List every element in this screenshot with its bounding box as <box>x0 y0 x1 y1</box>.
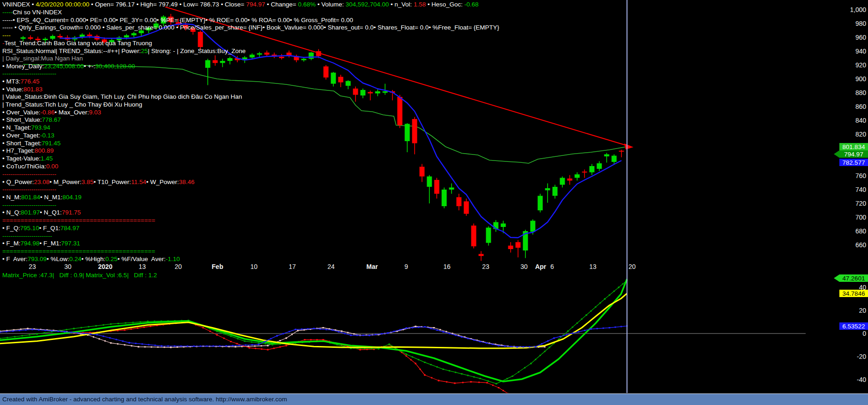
matrix-green-fast <box>0 280 627 384</box>
candle <box>279 57 284 58</box>
time-tick-label: Mar <box>367 263 378 270</box>
candle <box>457 197 462 207</box>
matrix-yellow <box>0 293 627 348</box>
candle <box>154 24 159 28</box>
time-tick-label: 20 <box>175 263 182 270</box>
axis-value-tag: 47.2601 <box>843 275 865 282</box>
candle <box>361 90 366 95</box>
candle <box>471 226 476 246</box>
candle <box>250 55 255 58</box>
candle <box>486 228 491 243</box>
candle <box>338 77 344 83</box>
candle <box>530 221 536 232</box>
candle <box>169 17 174 22</box>
candle <box>309 53 314 59</box>
time-tick-label: 23 <box>29 263 36 270</box>
time-tick-label: 30 <box>64 263 72 270</box>
candle <box>375 91 380 94</box>
time-tick-label: 20 <box>628 263 636 270</box>
candle <box>331 73 336 84</box>
candle <box>508 246 513 250</box>
candle <box>50 36 55 39</box>
candle <box>449 188 454 190</box>
candle <box>464 202 469 214</box>
price-tick-label: 680 <box>856 227 867 235</box>
time-tick-label: 6 <box>550 263 554 270</box>
candle <box>479 254 484 256</box>
candle <box>383 91 388 93</box>
candle <box>346 81 351 86</box>
time-tick-label: 10 <box>250 263 258 270</box>
trendline-arrow-icon <box>624 143 633 149</box>
candle <box>582 172 587 173</box>
candle <box>398 97 403 125</box>
candle <box>545 188 550 191</box>
candle <box>36 39 41 40</box>
ma-line <box>60 24 621 238</box>
axis-value-tag: 801.834 <box>843 143 865 150</box>
axis-value-tag: 794.97 <box>844 151 863 158</box>
candle <box>575 174 580 178</box>
amibroker-chart-window: 1,00098096094092090088086084082076074072… <box>0 0 868 405</box>
time-tick-label: 30 <box>520 263 528 270</box>
osc-tick-label: -40 <box>857 376 866 383</box>
candle <box>87 35 92 36</box>
price-tags: 801.834794.97782.57747.260134.78466.5352… <box>834 143 868 330</box>
price-tick-label: 840 <box>856 117 867 124</box>
price-tick-label: 860 <box>856 103 867 110</box>
price-tick-label: 740 <box>856 186 867 193</box>
candle <box>597 163 602 169</box>
candle <box>102 40 107 42</box>
candle <box>132 33 137 36</box>
time-tick-label: 13 <box>589 263 597 270</box>
price-chart-svg[interactable]: 1,00098096094092090088086084082076074072… <box>0 0 868 393</box>
candle <box>324 66 329 77</box>
candle <box>58 36 63 37</box>
time-tick-label: 24 <box>327 263 335 270</box>
time-tick-label: Apr <box>535 263 547 270</box>
candle <box>257 54 262 55</box>
matrix-panel <box>0 279 628 393</box>
axis-value-tag: 34.7846 <box>843 290 865 297</box>
candle <box>538 196 543 211</box>
time-tick-label: 17 <box>289 263 296 270</box>
price-tick-label: 920 <box>856 61 867 69</box>
candle <box>191 29 196 32</box>
candle <box>604 155 609 157</box>
candle <box>353 89 358 95</box>
candle <box>265 53 270 55</box>
candle <box>205 60 211 68</box>
price-tick-label: 660 <box>856 241 867 249</box>
time-tick-label: 16 <box>443 263 451 270</box>
candles-layer <box>21 14 624 261</box>
envelope-line <box>23 65 626 164</box>
candle <box>553 187 558 196</box>
candle <box>316 51 321 56</box>
candle <box>161 17 166 24</box>
chart-area[interactable]: 1,00098096094092090088086084082076074072… <box>0 0 868 393</box>
price-tick-label: 980 <box>856 20 867 27</box>
trend-line <box>165 7 633 149</box>
osc-tick-label: 20 <box>859 307 866 314</box>
price-tick-label: 820 <box>856 131 867 138</box>
matrix-red <box>69 322 508 393</box>
status-text: Created with AmiBroker - advanced charti… <box>2 396 287 403</box>
candle <box>43 39 48 40</box>
time-tick-label: Feb <box>212 263 223 270</box>
candle <box>368 92 373 94</box>
matrix-green-slow <box>0 279 627 381</box>
candle <box>198 32 203 47</box>
candle <box>560 178 565 185</box>
time-tick-label: 9 <box>404 263 408 270</box>
candle <box>442 190 447 206</box>
osc-tick-label: -20 <box>857 353 866 360</box>
candle <box>228 58 233 61</box>
candle <box>612 156 617 162</box>
price-tick-label: 700 <box>856 214 867 221</box>
candle <box>21 37 26 39</box>
time-tick-label: 13 <box>139 263 146 270</box>
axis-value-tag: 782.577 <box>843 159 865 166</box>
status-bar: Created with AmiBroker - advanced charti… <box>0 393 868 405</box>
candle <box>434 180 440 194</box>
candle <box>124 36 129 38</box>
